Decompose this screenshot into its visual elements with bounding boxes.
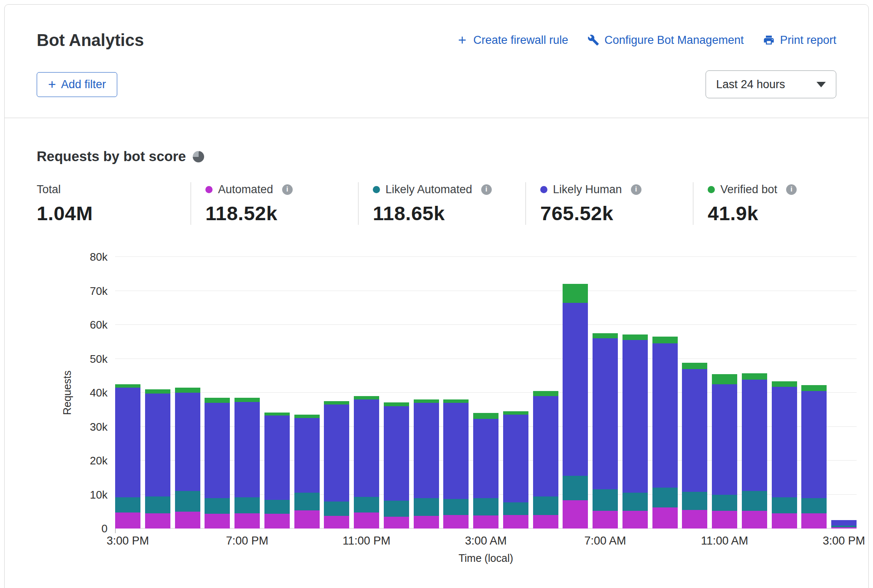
bar-segment-likely-human [294,418,320,493]
info-icon[interactable]: i [786,184,797,195]
stacked-bar-2-00-pm[interactable] [801,385,827,529]
stacked-bar-8-00-am[interactable] [622,334,648,529]
bar-segment-likely-automated [533,496,558,515]
filter-row: + Add filter Last 24 hours [37,70,836,98]
stat-automated: Automated i 118.52k [191,182,358,225]
content: Requests by bot score Total 1.04M Automa… [5,148,868,569]
legend-dot-verified-bot [708,186,715,193]
bar-segment-verified-bot [503,411,528,415]
bar-segment-likely-human [801,391,827,498]
bar-segment-verified-bot [384,402,409,407]
bar-segment-automated [503,515,528,529]
bar-segment-verified-bot [801,385,827,391]
info-icon[interactable]: i [282,184,293,195]
bar-segment-verified-bot [742,373,767,380]
stacked-bar-4-00-am[interactable] [503,411,528,529]
bar-segment-likely-automated [563,476,588,500]
stacked-bar-2-00-am[interactable] [443,399,469,529]
bar-segment-likely-human [324,405,349,501]
gridline [115,359,857,359]
y-tick-label: 40k [90,387,108,399]
stat-verified-bot-label: Verified bot [720,183,777,196]
bar-segment-likely-human [115,388,140,497]
bar-segment-likely-human [563,303,588,476]
stacked-bar-6-00-am[interactable] [563,284,588,529]
stacked-bar-6-00-pm[interactable] [205,398,230,529]
header: Bot Analytics Create firewall rule Confi… [5,5,868,118]
stacked-bar-1-00-pm[interactable] [772,381,797,529]
stacked-bar-4-00-pm[interactable] [145,389,170,529]
bar-segment-likely-automated [234,497,260,513]
stacked-bar-10-00-am[interactable] [682,363,707,529]
bar-segment-automated [115,512,140,529]
stacked-bar-11-00-am[interactable] [712,374,737,529]
bar-segment-automated [593,511,618,529]
bar-segment-likely-human [682,369,707,492]
x-tick-label: 11:00 AM [701,534,748,548]
stacked-bar-7-00-am[interactable] [593,333,618,529]
bar-segment-likely-human [384,406,409,501]
add-filter-button[interactable]: + Add filter [37,72,117,97]
bar-segment-likely-human [205,403,230,498]
stacked-bar-5-00-am[interactable] [533,391,558,529]
bar-segment-likely-human [622,340,648,493]
page-title: Bot Analytics [37,30,144,50]
bar-segment-likely-automated [294,493,320,510]
y-tick-label: 20k [90,455,108,467]
stacked-bar-3-00-pm[interactable] [115,384,140,529]
stacked-bar-3-00-pm[interactable] [831,520,857,529]
info-icon[interactable]: i [481,184,492,195]
bar-segment-verified-bot [115,384,140,388]
bar-segment-likely-automated [801,498,827,513]
create-firewall-rule-link[interactable]: Create firewall rule [456,34,568,47]
stat-likely-automated-value: 118.65k [373,202,517,225]
configure-bot-management-link[interactable]: Configure Bot Management [587,34,744,47]
stacked-bar-3-00-am[interactable] [473,413,498,529]
x-axis-ticks: 3:00 PM7:00 PM11:00 PM3:00 AM7:00 AM11:0… [115,534,857,549]
bar-segment-verified-bot [533,391,558,396]
x-tick-label: 3:00 AM [465,534,507,548]
stacked-bar-8-00-pm[interactable] [264,413,290,529]
bar-segment-verified-bot [772,381,797,386]
bar-segment-automated [354,512,379,529]
x-axis-title: Time (local) [115,552,857,564]
y-axis-ticks: 010k20k30k40k50k60k70k80k [37,257,108,529]
stacked-bar-1-00-am[interactable] [414,399,439,529]
bar-segment-likely-automated [414,498,439,516]
legend-dot-likely-automated [373,186,380,193]
bar-segment-verified-bot [234,398,260,402]
y-tick-label: 80k [90,251,108,263]
stacked-bar-5-00-pm[interactable] [175,388,200,529]
bar-segment-automated [175,512,200,529]
bar-segment-likely-automated [652,488,678,507]
bar-segment-likely-human [533,396,558,496]
print-report-link[interactable]: Print report [763,34,836,47]
stat-likely-automated: Likely Automated i 118.65k [358,182,525,225]
bar-segment-verified-bot [294,415,320,418]
section-title: Requests by bot score [37,148,186,165]
stat-likely-human: Likely Human i 765.52k [525,182,693,225]
bar-segment-likely-human [175,393,200,491]
stacked-bar-12-00-am[interactable] [384,402,409,529]
x-tick-label: 7:00 AM [584,534,626,548]
stacked-bar-12-00-pm[interactable] [742,373,767,529]
chevron-down-icon [816,82,826,87]
bar-segment-likely-human [503,415,528,502]
bar-segment-verified-bot [473,413,498,419]
bar-segment-automated [324,516,349,529]
stacked-bar-11-00-pm[interactable] [354,396,379,529]
stacked-bar-9-00-am[interactable] [652,337,678,529]
stat-likely-automated-label: Likely Automated [385,183,472,196]
bar-segment-verified-bot [652,337,678,343]
stat-verified-bot-value: 41.9k [708,202,797,225]
bar-segment-automated [742,511,767,529]
info-icon[interactable]: i [631,184,641,195]
bar-segment-likely-automated [175,491,200,511]
bar-segment-verified-bot [354,396,379,399]
stacked-bar-7-00-pm[interactable] [234,398,260,529]
time-range-select[interactable]: Last 24 hours [706,70,836,98]
stacked-bar-9-00-pm[interactable] [294,415,320,529]
stacked-bar-10-00-pm[interactable] [324,401,349,529]
bar-segment-automated [234,513,260,529]
bar-segment-automated [533,515,558,529]
